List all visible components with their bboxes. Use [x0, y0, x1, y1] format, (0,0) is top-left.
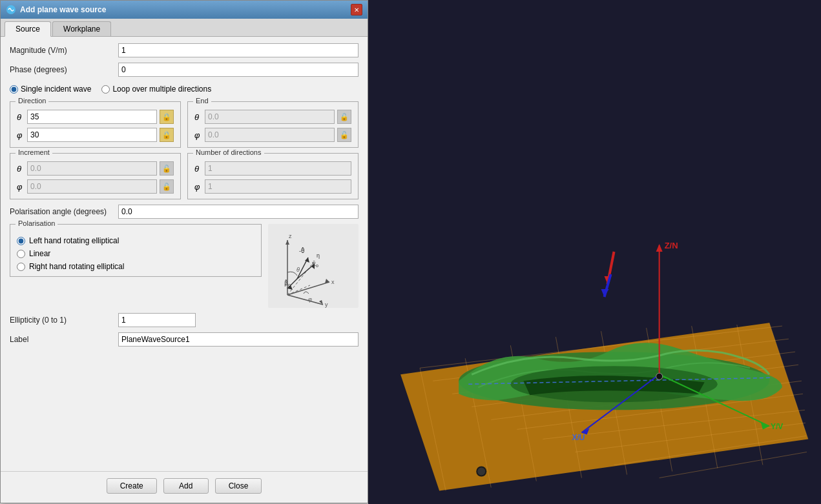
dialog-body: Magnitude (V/m) Phase (degrees) Single i… [1, 37, 368, 471]
svg-text:y: y [325, 301, 328, 308]
svg-text:X/U: X/U [572, 433, 585, 442]
dialog-footer: Create Add Close [1, 471, 368, 503]
dialog-titlebar: Add plane wave source ✕ [1, 1, 368, 19]
pol-linear-item[interactable]: Linear [17, 249, 255, 258]
add-plane-wave-dialog: Add plane wave source ✕ Source Workplane… [0, 0, 368, 503]
label-row: Label [10, 332, 359, 347]
svg-text:z: z [289, 233, 292, 239]
3d-viewport: Z/N X/U Y/V [368, 0, 821, 504]
num-dir-phi-row: φ [194, 179, 351, 194]
loop-radio-item[interactable]: Loop over multiple directions [101, 85, 211, 94]
end-theta-label: θ [194, 112, 202, 122]
pol-left-label: Left hand rotating elliptical [29, 236, 119, 245]
pol-angle-input[interactable] [118, 205, 359, 219]
single-wave-radio-item[interactable]: Single incident wave [10, 85, 91, 94]
3d-scene-svg: Z/N X/U Y/V [368, 0, 821, 504]
app-icon [6, 5, 16, 15]
num-dir-theta-input[interactable] [205, 161, 351, 176]
increment-numdirections-row: Increment θ 🔓 φ 🔓 Number of directions θ [10, 153, 359, 199]
wave-mode-row: Single incident wave Loop over multiple … [10, 82, 359, 96]
end-phi-label: φ [194, 130, 202, 140]
pol-angle-row: Polarisation angle (degrees) [10, 205, 359, 219]
ellipticity-label: Ellipticity (0 to 1) [10, 316, 113, 325]
magnitude-label: Magnitude (V/m) [10, 46, 113, 55]
close-icon-button[interactable]: ✕ [351, 4, 362, 15]
pol-left-item[interactable]: Left hand rotating elliptical [17, 236, 255, 245]
tab-bar: Source Workplane [1, 19, 368, 37]
magnitude-row: Magnitude (V/m) [10, 43, 359, 57]
direction-phi-label: φ [17, 130, 25, 140]
polarisation-fieldset: Polarisation Left hand rotating elliptic… [10, 224, 262, 277]
svg-text:x: x [331, 279, 335, 285]
direction-end-row: Direction θ 🔒 φ 🔒 End θ 🔓 [10, 101, 359, 148]
increment-theta-label: θ [17, 164, 25, 174]
single-wave-label: Single incident wave [21, 85, 91, 94]
polarisation-legend: Polarisation [16, 219, 57, 227]
close-button[interactable]: Close [215, 478, 262, 494]
pol-right-label: Right hand rotating elliptical [29, 262, 124, 271]
increment-theta-input[interactable] [27, 161, 157, 176]
dialog-title: Add plane wave source [20, 5, 106, 14]
direction-theta-row: θ 🔒 [17, 110, 174, 124]
svg-point-64 [656, 373, 663, 379]
direction-theta-lock[interactable]: 🔒 [160, 110, 174, 124]
tab-workplane[interactable]: Workplane [52, 21, 111, 36]
tab-source[interactable]: Source [5, 21, 51, 37]
phase-label: Phase (degrees) [10, 65, 113, 74]
direction-phi-lock[interactable]: 🔒 [160, 128, 174, 142]
pol-linear-label: Linear [29, 249, 50, 258]
titlebar-left: Add plane wave source [6, 5, 106, 15]
num-dir-phi-input[interactable] [205, 179, 351, 194]
polarisation-diagram: y x z θ φ [268, 224, 359, 308]
end-phi-input[interactable] [205, 128, 335, 142]
phase-input[interactable] [118, 63, 359, 77]
polarisation-diagram-svg: y x z θ φ [268, 224, 359, 308]
label-input[interactable] [118, 332, 359, 347]
num-dir-theta-row: θ [194, 161, 351, 176]
num-dir-phi-label: φ [194, 182, 202, 192]
svg-text:φ: φ [308, 296, 312, 303]
add-button[interactable]: Add [163, 478, 209, 494]
polarisation-radio-group: Left hand rotating elliptical Linear Rig… [17, 236, 255, 271]
svg-text:-θ̂: -θ̂ [299, 247, 305, 254]
loop-radio[interactable] [101, 85, 110, 94]
num-dir-theta-label: θ [194, 164, 202, 174]
label-field-label: Label [10, 335, 113, 344]
svg-text:θ: θ [296, 267, 300, 273]
increment-phi-input[interactable] [27, 179, 157, 194]
end-theta-lock[interactable]: 🔓 [337, 110, 351, 124]
svg-text:Z/N: Z/N [665, 241, 678, 250]
pol-right-item[interactable]: Right hand rotating elliptical [17, 262, 255, 271]
increment-phi-row: φ 🔓 [17, 179, 174, 194]
end-legend: End [193, 97, 211, 105]
direction-fieldset: Direction θ 🔒 φ 🔒 [10, 101, 181, 148]
end-theta-row: θ 🔓 [194, 110, 351, 124]
pol-right-radio[interactable] [17, 263, 25, 271]
ellipticity-row: Ellipticity (0 to 1) [10, 313, 359, 327]
num-directions-legend: Number of directions [193, 148, 264, 156]
end-theta-input[interactable] [205, 110, 335, 124]
increment-fieldset: Increment θ 🔓 φ 🔓 [10, 153, 181, 199]
end-phi-lock[interactable]: 🔓 [337, 128, 351, 142]
pol-linear-radio[interactable] [17, 250, 25, 258]
ellipticity-input[interactable] [118, 313, 196, 327]
end-fieldset: End θ 🔓 φ 🔓 [187, 101, 359, 148]
magnitude-input[interactable] [118, 43, 359, 57]
increment-phi-lock[interactable]: 🔓 [160, 179, 174, 194]
direction-phi-input[interactable] [27, 128, 157, 142]
polarisation-section: Polarisation Left hand rotating elliptic… [10, 224, 359, 308]
direction-theta-input[interactable] [27, 110, 157, 124]
increment-legend: Increment [16, 148, 52, 156]
phase-row: Phase (degrees) [10, 63, 359, 77]
end-phi-row: φ 🔓 [194, 128, 351, 142]
pol-left-radio[interactable] [17, 237, 25, 245]
loop-label: Loop over multiple directions [112, 85, 211, 94]
num-directions-fieldset: Number of directions θ φ [187, 153, 359, 199]
direction-theta-label: θ [17, 112, 25, 122]
single-wave-radio[interactable] [10, 85, 18, 94]
increment-theta-lock[interactable]: 🔓 [160, 161, 174, 176]
direction-legend: Direction [16, 97, 48, 105]
svg-point-63 [477, 467, 485, 475]
direction-phi-row: φ 🔒 [17, 128, 174, 142]
create-button[interactable]: Create [107, 478, 157, 494]
